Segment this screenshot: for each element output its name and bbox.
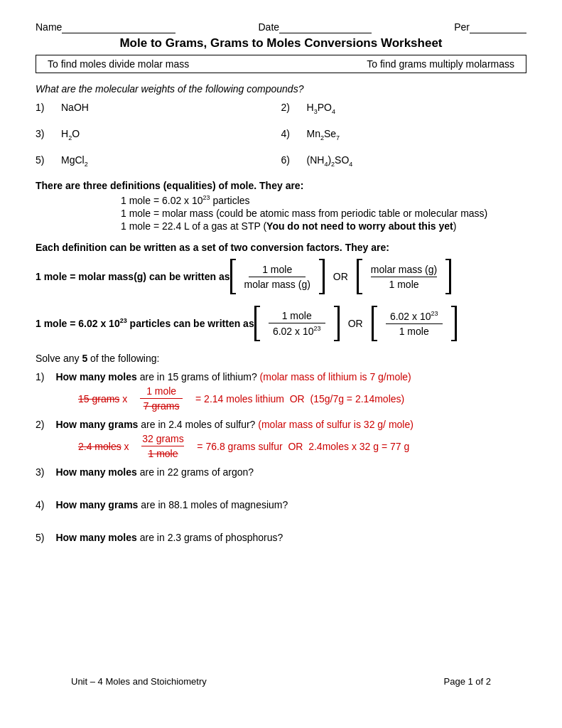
problem-5: 5) How many moles are in 2.3 grams of ph… bbox=[36, 532, 526, 543]
compound-row-1: 1) NaOH 2) H3PO4 bbox=[36, 102, 526, 115]
info-box: To find moles divide molar mass To find … bbox=[36, 55, 526, 73]
problem-2-num: 2) bbox=[36, 419, 44, 430]
compounds-grid: 1) NaOH 2) H3PO4 3) H2O 4) Mn2Se7 5) MgC… bbox=[36, 102, 526, 167]
frac1-den: molar mass (g) bbox=[244, 277, 310, 290]
frac3-den: 6.02 x 1023 bbox=[269, 323, 325, 337]
right-bracket-4 bbox=[451, 306, 457, 341]
conv-label-1: 1 mole = molar mass(g) can be written as bbox=[36, 271, 230, 282]
def-line-2: 1 mole = molar mass (could be atomic mas… bbox=[121, 208, 526, 219]
frac2-num: molar mass (g) bbox=[371, 264, 437, 277]
footer-left: Unit – 4 Moles and Stoichiometry bbox=[71, 676, 207, 687]
per-field: Per bbox=[454, 21, 526, 33]
bracket-frac-1: 1 mole molar mass (g) bbox=[230, 259, 325, 294]
compound-5: 5) MgCl2 bbox=[36, 154, 281, 168]
info-left: To find moles divide molar mass bbox=[48, 58, 189, 70]
problem-3-row: 3) How many moles are in 22 grams of arg… bbox=[36, 466, 526, 478]
fraction-1: 1 mole molar mass (g) bbox=[239, 264, 316, 290]
footer: Unit – 4 Moles and Stoichiometry Page 1 … bbox=[71, 676, 491, 687]
frac4-den: 1 mole bbox=[386, 324, 443, 337]
problem-4: 4) How many grams are in 88.1 moles of m… bbox=[36, 499, 526, 510]
left-bracket-1 bbox=[230, 259, 236, 294]
hint-2: (molar mass of sulfur is 32 g/ mole) bbox=[258, 419, 414, 430]
left-bracket-4 bbox=[372, 306, 377, 341]
result-2: 76.8 grams sulfur bbox=[205, 441, 282, 452]
bracket-frac-4: 6.02 x 1023 1 mole bbox=[372, 306, 457, 341]
problem-1: 1) How many moles are in 15 grams of lit… bbox=[36, 371, 526, 412]
footer-right: Page 1 of 2 bbox=[444, 676, 492, 687]
compound-1: 1) NaOH bbox=[36, 102, 281, 115]
definitions-title: There are three definitions (equalities)… bbox=[36, 180, 526, 191]
answer-frac-1: 1 mole 7 grams bbox=[134, 385, 188, 412]
left-bracket-3 bbox=[254, 306, 260, 341]
result-1: 2.14 moles lithium bbox=[204, 393, 284, 405]
name-field: Name bbox=[36, 21, 175, 33]
val1-1: 15 grams bbox=[78, 393, 119, 405]
definitions-section: There are three definitions (equalities)… bbox=[36, 180, 526, 232]
problem-5-row: 5) How many moles are in 2.3 grams of ph… bbox=[36, 532, 526, 543]
val1-2: 2.4 moles bbox=[78, 441, 121, 452]
problem-1-num: 1) bbox=[36, 371, 44, 382]
problem-5-num: 5) bbox=[36, 532, 44, 543]
problem-4-row: 4) How many grams are in 88.1 moles of m… bbox=[36, 499, 526, 510]
conversion-row-1: 1 mole = molar mass(g) can be written as… bbox=[36, 259, 526, 294]
compound-row-2: 3) H2O 4) Mn2Se7 bbox=[36, 128, 526, 141]
conversion-row-2: 1 mole = 6.02 x 1023 particles can be wr… bbox=[36, 306, 526, 341]
fraction-4: 6.02 x 1023 1 mole bbox=[380, 310, 448, 337]
fraction-2: molar mass (g) 1 mole bbox=[365, 264, 443, 290]
page-title: Mole to Grams, Grams to Moles Conversion… bbox=[36, 36, 526, 50]
or-2: OR bbox=[348, 318, 363, 329]
hint-1: (molar mass of lithium is 7 g/mole) bbox=[260, 371, 411, 382]
conversion-title: Each definition can be written as a set … bbox=[36, 242, 526, 253]
answer-frac-2: 32 grams 1 mole bbox=[136, 433, 190, 459]
compound-row-3: 5) MgCl2 6) (NH4)2SO4 bbox=[36, 154, 526, 168]
frac2-den: 1 mole bbox=[376, 277, 433, 290]
header-fields: Name Date Per bbox=[36, 21, 526, 33]
right-bracket-1 bbox=[319, 259, 325, 294]
compound-3: 3) H2O bbox=[36, 128, 281, 141]
frac1-num: 1 mole bbox=[249, 264, 306, 277]
problem-3-num: 3) bbox=[36, 466, 44, 478]
problem-2-row: 2) How many grams are in 2.4 moles of su… bbox=[36, 419, 526, 430]
fraction-3: 1 mole 6.02 x 1023 bbox=[263, 310, 331, 337]
bracket-frac-3: 1 mole 6.02 x 1023 bbox=[254, 306, 340, 341]
frac4-num: 6.02 x 1023 bbox=[386, 310, 443, 324]
alt-2: 2.4moles x 32 g = 77 g bbox=[308, 441, 409, 452]
compound-4: 4) Mn2Se7 bbox=[281, 128, 527, 141]
compound-2: 2) H3PO4 bbox=[281, 102, 527, 115]
definitions-lines: 1 mole = 6.02 x 1023 particles 1 mole = … bbox=[121, 194, 526, 232]
left-bracket-2 bbox=[357, 259, 362, 294]
conv-label-2: 1 mole = 6.02 x 1023 particles can be wr… bbox=[36, 318, 254, 330]
answer-row-1: 15 grams x 1 mole 7 grams = 2.14 moles l… bbox=[78, 385, 526, 412]
compound-6: 6) (NH4)2SO4 bbox=[281, 154, 527, 168]
problem-4-num: 4) bbox=[36, 499, 44, 510]
bracket-frac-2: molar mass (g) 1 mole bbox=[357, 259, 451, 294]
date-field: Date bbox=[258, 21, 372, 33]
problem-3: 3) How many moles are in 22 grams of arg… bbox=[36, 466, 526, 478]
solve-section: Solve any 5 of the following: 1) How man… bbox=[36, 353, 526, 543]
info-right: To find grams multiply molarmass bbox=[367, 58, 514, 70]
right-bracket-2 bbox=[445, 259, 451, 294]
or-1: OR bbox=[333, 271, 348, 282]
frac3-num: 1 mole bbox=[269, 310, 325, 323]
answer-row-2: 2.4 moles x 32 grams 1 mole = 76.8 grams… bbox=[78, 433, 526, 459]
def-line-1: 1 mole = 6.02 x 1023 particles bbox=[121, 194, 526, 206]
def-line-3: 1 mole = 22.4 L of a gas at STP (You do … bbox=[121, 220, 526, 232]
right-bracket-3 bbox=[334, 306, 340, 341]
problem-2: 2) How many grams are in 2.4 moles of su… bbox=[36, 419, 526, 459]
molecular-weights-question: What are the molecular weights of the fo… bbox=[36, 83, 526, 95]
solve-title: Solve any 5 of the following: bbox=[36, 353, 526, 364]
conversion-section: Each definition can be written as a set … bbox=[36, 242, 526, 341]
alt-1: (15g/7g = 2.14moles) bbox=[310, 393, 405, 405]
problem-1-row: 1) How many moles are in 15 grams of lit… bbox=[36, 371, 526, 382]
